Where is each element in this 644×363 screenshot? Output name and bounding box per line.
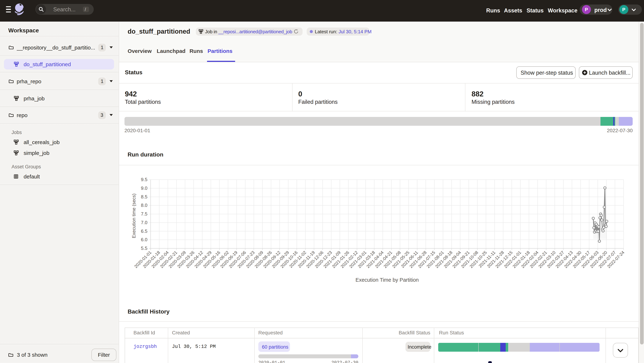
svg-text:7.5: 7.5 — [141, 211, 147, 216]
svg-text:8.5: 8.5 — [141, 194, 147, 200]
svg-text:9.0: 9.0 — [141, 186, 147, 191]
svg-text:9.5: 9.5 — [141, 177, 147, 182]
svg-text:8.0: 8.0 — [141, 202, 147, 208]
svg-text:7.0: 7.0 — [141, 220, 147, 225]
svg-text:6.0: 6.0 — [141, 237, 147, 242]
svg-text:6.5: 6.5 — [141, 228, 147, 234]
svg-text:5.5: 5.5 — [141, 246, 147, 251]
svg-text:Execution Time by Partition: Execution Time by Partition — [356, 277, 418, 283]
svg-text:Execution time (secs): Execution time (secs) — [131, 194, 136, 238]
